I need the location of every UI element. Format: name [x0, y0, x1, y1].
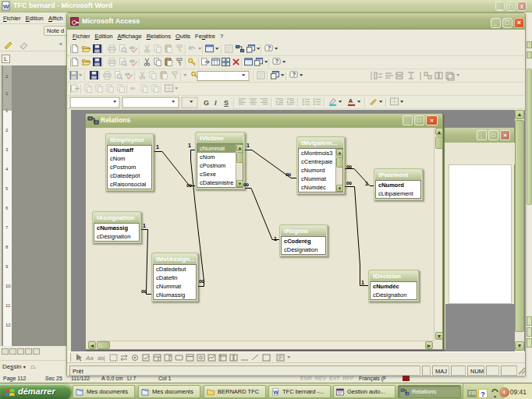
- svg-text:W: W: [273, 390, 278, 395]
